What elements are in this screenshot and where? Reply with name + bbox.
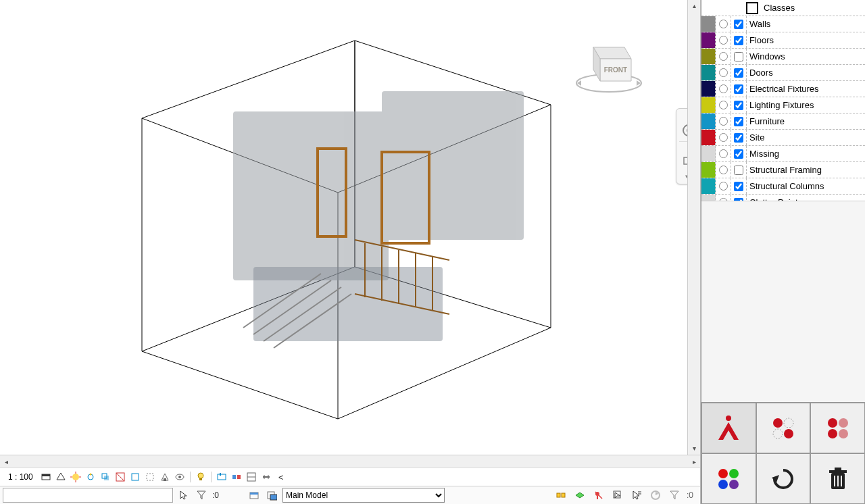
color-swatch[interactable]	[701, 49, 716, 64]
class-checkbox[interactable]	[731, 114, 747, 129]
color-swatch[interactable]	[701, 162, 716, 178]
scroll-up-icon[interactable]: ▴	[688, 0, 700, 12]
color-swatch[interactable]	[701, 32, 716, 48]
color-swatch[interactable]	[701, 114, 716, 129]
color-swatch[interactable]	[701, 65, 716, 80]
tool-two-red-dashed-button[interactable]	[756, 403, 811, 453]
class-row[interactable]: Missing	[701, 146, 865, 162]
class-row[interactable]: Windows	[701, 49, 865, 65]
crop-view-icon[interactable]	[129, 471, 141, 483]
class-checkbox[interactable]	[731, 81, 747, 97]
shadows-icon[interactable]	[99, 471, 112, 483]
analytical-model-icon[interactable]	[245, 471, 257, 483]
workset-icon[interactable]	[247, 488, 261, 502]
select-links-icon[interactable]	[554, 488, 568, 502]
class-row[interactable]: Clutter Points	[701, 195, 865, 201]
class-radio[interactable]	[716, 16, 731, 32]
svg-rect-2	[253, 267, 443, 341]
sun-path-icon[interactable]	[84, 471, 97, 483]
class-radio[interactable]	[716, 49, 731, 64]
viewport-3d[interactable]: FRONT ◦ ▾ ▾ ◦ ▴ ▾	[0, 0, 700, 455]
background-processes-icon[interactable]	[649, 488, 662, 502]
class-row[interactable]: Floors	[701, 32, 865, 49]
select-pinned-icon[interactable]	[592, 488, 606, 502]
visual-style-icon[interactable]	[70, 471, 82, 483]
class-row[interactable]: Structural Framing	[701, 162, 865, 178]
class-radio[interactable]	[716, 32, 731, 48]
lightbulb-icon[interactable]	[195, 471, 207, 483]
cursor-select-icon[interactable]	[177, 488, 191, 502]
class-checkbox[interactable]	[731, 146, 747, 161]
horizontal-scrollbar[interactable]: ◂ ▸	[0, 455, 700, 468]
select-underlay-icon[interactable]	[573, 488, 587, 502]
color-swatch[interactable]	[701, 16, 716, 32]
svg-point-46	[198, 473, 203, 478]
color-swatch[interactable]	[701, 146, 716, 161]
worksharing-display-icon[interactable]	[230, 471, 243, 483]
color-swatch[interactable]	[701, 130, 716, 145]
class-checkbox[interactable]	[731, 32, 747, 48]
type-selector-input[interactable]	[3, 488, 173, 503]
class-checkbox[interactable]	[731, 130, 747, 145]
tool-four-red-button[interactable]	[810, 403, 865, 453]
class-radio[interactable]	[716, 195, 731, 201]
class-radio[interactable]	[716, 130, 731, 145]
tool-undo-button[interactable]	[756, 453, 811, 504]
constraints-icon[interactable]	[260, 471, 272, 483]
drag-elements-icon[interactable]	[630, 488, 643, 502]
scroll-left-icon[interactable]: ◂	[0, 458, 12, 465]
class-row[interactable]: Walls	[701, 16, 865, 32]
vertical-scrollbar[interactable]: ▴ ▾	[687, 0, 700, 455]
unlocked-3d-icon[interactable]	[159, 471, 171, 483]
rendering-icon[interactable]	[114, 471, 126, 483]
class-label: Site	[747, 132, 865, 143]
scroll-right-icon[interactable]: ▸	[688, 458, 700, 465]
color-swatch[interactable]	[701, 178, 716, 194]
reveal-hidden-icon[interactable]	[216, 471, 228, 483]
svg-point-78	[839, 429, 848, 438]
class-row[interactable]: Electrical Fixtures	[701, 81, 865, 97]
class-radio[interactable]	[716, 178, 731, 194]
class-checkbox[interactable]	[731, 195, 747, 201]
class-radio[interactable]	[716, 114, 731, 129]
detail-level-icon[interactable]	[55, 471, 67, 483]
svg-rect-87	[834, 476, 835, 486]
scroll-down-icon[interactable]: ▾	[688, 443, 700, 455]
class-checkbox[interactable]	[731, 49, 747, 64]
class-radio[interactable]	[716, 97, 731, 113]
color-swatch[interactable]	[701, 81, 716, 97]
class-checkbox[interactable]	[731, 162, 747, 178]
chevron-left-icon[interactable]: <	[275, 471, 287, 483]
class-radio[interactable]	[716, 81, 731, 97]
view-scale[interactable]: 1 : 100	[4, 472, 37, 482]
color-swatch[interactable]	[701, 97, 716, 113]
model-graphics-icon[interactable]	[40, 471, 52, 483]
select-face-icon[interactable]	[611, 488, 624, 502]
filter-icon[interactable]	[668, 488, 681, 502]
filter-count-icon[interactable]	[195, 488, 208, 502]
svg-rect-85	[829, 470, 847, 473]
svg-rect-38	[104, 476, 109, 480]
class-checkbox[interactable]	[731, 97, 747, 113]
class-checkbox[interactable]	[731, 65, 747, 80]
viewcube[interactable]: FRONT	[572, 30, 646, 98]
color-swatch[interactable]	[701, 195, 716, 201]
crop-region-visible-icon[interactable]	[144, 471, 156, 483]
class-row[interactable]: Structural Columns	[701, 178, 865, 195]
model-selector[interactable]: Main Model	[282, 488, 445, 503]
tool-logo-button[interactable]	[701, 403, 756, 453]
editable-only-icon[interactable]	[265, 488, 278, 502]
tool-delete-button[interactable]	[810, 453, 865, 504]
class-radio[interactable]	[716, 162, 731, 178]
class-row[interactable]: Furniture	[701, 114, 865, 130]
class-checkbox[interactable]	[731, 16, 747, 32]
class-row[interactable]: Site	[701, 130, 865, 146]
class-row[interactable]: Doors	[701, 65, 865, 81]
class-radio[interactable]	[716, 146, 731, 161]
svg-rect-1	[382, 91, 524, 240]
class-checkbox[interactable]	[731, 178, 747, 194]
temporary-hide-icon[interactable]	[174, 471, 186, 483]
tool-rgb-button[interactable]	[701, 453, 756, 504]
class-radio[interactable]	[716, 65, 731, 80]
class-row[interactable]: Lighting Fixtures	[701, 97, 865, 114]
